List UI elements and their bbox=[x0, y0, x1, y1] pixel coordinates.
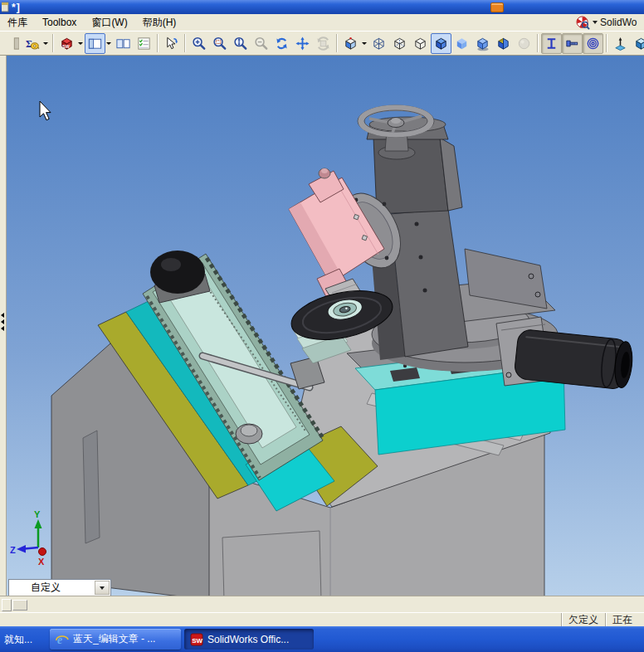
menu-toolbox[interactable]: Toolbox bbox=[35, 15, 84, 30]
measure-tool-icon: Σ bbox=[24, 36, 40, 51]
view-selector-value: 自定义 bbox=[9, 581, 61, 595]
zoom-fit-button[interactable] bbox=[230, 33, 251, 54]
shaded-with-edges-mode-button[interactable] bbox=[431, 33, 451, 54]
select-tool-icon bbox=[163, 36, 179, 51]
zoom-area-icon bbox=[212, 36, 227, 51]
dropdown-arrow-icon[interactable] bbox=[362, 42, 367, 45]
panel-layout-button[interactable] bbox=[85, 33, 105, 54]
scroll-corner[interactable] bbox=[12, 600, 27, 611]
mouse-cursor bbox=[40, 101, 51, 120]
panel-expand-arrows[interactable] bbox=[1, 313, 4, 331]
menu-window[interactable]: 窗口(W) bbox=[84, 14, 134, 32]
menu-parts-library[interactable]: 件库 bbox=[0, 14, 35, 32]
svg-text:Σ: Σ bbox=[26, 37, 32, 49]
options-list-button[interactable] bbox=[134, 33, 154, 54]
triad-y-label: Y bbox=[34, 509, 41, 519]
shadows-mode-icon bbox=[475, 36, 490, 51]
status-editing-state: 正在 bbox=[605, 613, 644, 627]
dropdown-arrow-icon[interactable] bbox=[78, 42, 83, 45]
menu-help[interactable]: 帮助(H) bbox=[135, 14, 184, 32]
toolbar-separator bbox=[336, 34, 338, 52]
pan-view-button[interactable] bbox=[292, 33, 313, 54]
view-cube-shaded-button[interactable] bbox=[631, 33, 644, 54]
view-orientation-button[interactable] bbox=[340, 33, 361, 54]
zoom-out-button bbox=[251, 33, 271, 54]
menu-bar: 件库 Toolbox 窗口(W) 帮助(H) SolidWo bbox=[0, 14, 644, 31]
solidworks-resources-button[interactable]: SW bbox=[56, 33, 77, 54]
pan-view-icon bbox=[295, 36, 310, 51]
solidworks-resources-icon: SW bbox=[59, 36, 75, 51]
svg-text:SW: SW bbox=[192, 636, 202, 644]
weldment-profile-button[interactable] bbox=[541, 33, 562, 54]
solidworks-search-label: SolidWo bbox=[600, 17, 637, 28]
two-pane-view-icon bbox=[115, 36, 131, 51]
measure-tool-button[interactable]: Σ bbox=[22, 33, 42, 54]
select-tool-button[interactable] bbox=[161, 33, 182, 54]
reference-axis-button[interactable] bbox=[610, 33, 631, 54]
orange-tag-icon bbox=[490, 2, 504, 12]
smart-fastener-icon bbox=[564, 36, 580, 51]
view-selector[interactable]: 自定义 bbox=[8, 579, 111, 596]
hidden-lines-visible-mode-button[interactable] bbox=[389, 33, 410, 54]
toolbar-separator bbox=[52, 34, 54, 52]
title-bar: *] bbox=[0, 0, 644, 14]
window-title: *] bbox=[2, 2, 21, 13]
view-orientation-icon bbox=[343, 36, 359, 51]
toolbar-separator bbox=[606, 34, 607, 52]
shadows-mode-button[interactable] bbox=[472, 33, 493, 54]
solidworks-search-icon bbox=[576, 16, 590, 30]
view-cube-shaded-icon bbox=[633, 36, 644, 51]
svg-text:SW: SW bbox=[62, 43, 69, 48]
toolbar-separator bbox=[157, 34, 159, 52]
rotate-view-icon bbox=[274, 36, 290, 51]
tailstock-cylinder[interactable] bbox=[496, 317, 634, 391]
window-title-text: *] bbox=[12, 2, 21, 13]
zoom-fit-icon bbox=[232, 36, 248, 51]
dropdown-arrow-icon[interactable] bbox=[43, 42, 48, 45]
clipped-icon-button[interactable] bbox=[1, 33, 22, 54]
view-selector-dropdown-button[interactable] bbox=[95, 581, 110, 595]
shaded-with-edges-mode-icon bbox=[433, 36, 449, 51]
options-list-icon bbox=[136, 36, 152, 51]
section-view-button[interactable] bbox=[493, 33, 514, 54]
solidworks-search[interactable]: SolidWo bbox=[576, 14, 644, 31]
taskbar-button-label: 蓝天_编辑文章 - ... bbox=[73, 632, 155, 646]
realview-icon bbox=[516, 36, 532, 51]
weldment-profile-icon bbox=[544, 36, 559, 51]
dropdown-arrow-icon[interactable] bbox=[106, 42, 111, 45]
realview-button bbox=[514, 33, 534, 54]
triad-x-label: X bbox=[38, 557, 45, 567]
panel-splitter[interactable] bbox=[0, 56, 7, 596]
hidden-lines-removed-mode-button[interactable] bbox=[410, 33, 431, 54]
taskbar-button-browser[interactable]: e 蓝天_编辑文章 - ... bbox=[50, 629, 181, 650]
pane-splitter-handle[interactable] bbox=[2, 599, 12, 611]
section-view-icon bbox=[495, 36, 511, 51]
shaded-mode-button[interactable] bbox=[451, 33, 472, 54]
zoom-area-button[interactable] bbox=[209, 33, 230, 54]
model-canvas[interactable]: Y Z X bbox=[7, 56, 644, 596]
zoom-in-button[interactable] bbox=[188, 33, 209, 54]
spring-tool-button[interactable] bbox=[583, 33, 603, 54]
ie-icon: e bbox=[56, 633, 69, 646]
toolbar-separator bbox=[537, 34, 539, 52]
clipped-icon-icon bbox=[3, 36, 19, 51]
wireframe-mode-icon bbox=[371, 36, 387, 51]
zoom-in-icon bbox=[191, 36, 207, 51]
status-bar: 欠定义 正在 bbox=[0, 612, 644, 627]
hidden-lines-visible-mode-icon bbox=[392, 36, 407, 51]
shaded-mode-icon bbox=[454, 36, 470, 51]
toolbar-separator bbox=[184, 34, 186, 52]
taskbar-button-solidworks[interactable]: SW SolidWorks Offic... bbox=[184, 629, 314, 650]
graphics-viewport[interactable]: Y Z X 自定义 bbox=[7, 56, 644, 596]
rotate-view-button[interactable] bbox=[271, 33, 292, 54]
two-pane-view-button[interactable] bbox=[113, 33, 134, 54]
horizontal-scroll-strip[interactable] bbox=[0, 596, 644, 612]
orientation-triad: Y Z X bbox=[10, 509, 46, 567]
smart-fastener-button[interactable] bbox=[562, 33, 583, 54]
spring-tool-icon bbox=[585, 36, 601, 51]
hidden-lines-removed-mode-icon bbox=[412, 36, 428, 51]
dome-cover[interactable] bbox=[150, 251, 205, 294]
wireframe-mode-button[interactable] bbox=[368, 33, 389, 54]
zoom-out-icon bbox=[253, 36, 269, 51]
taskbar-overflow-label[interactable]: 就知... bbox=[4, 633, 32, 647]
